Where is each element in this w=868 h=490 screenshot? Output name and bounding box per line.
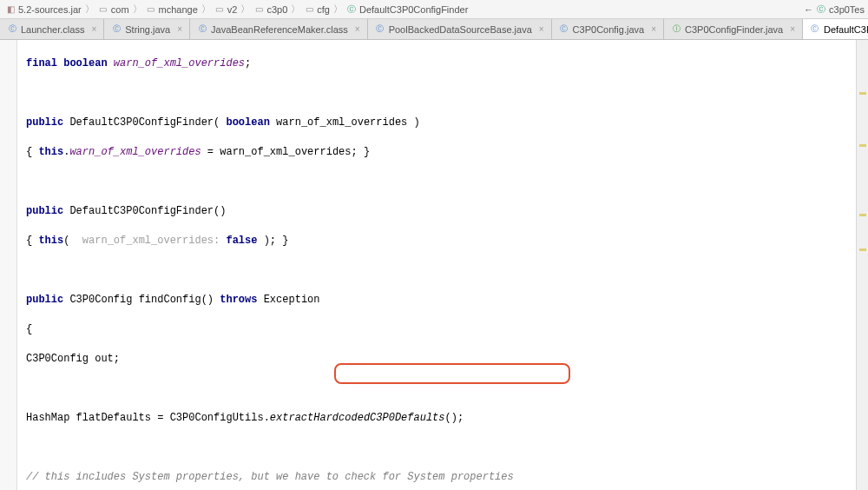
folder-icon: ▭ xyxy=(146,4,156,15)
warning-marker[interactable] xyxy=(859,248,866,251)
crumb-label: c3p0 xyxy=(266,4,287,15)
breadcrumb-item[interactable]: ▭ mchange xyxy=(144,4,200,15)
class-icon: Ⓒ xyxy=(346,4,357,15)
breadcrumb-item[interactable]: ▭ cfg xyxy=(302,4,332,15)
class-icon: Ⓒ xyxy=(197,24,207,35)
close-icon[interactable]: × xyxy=(355,24,360,34)
close-icon[interactable]: × xyxy=(790,24,795,34)
chevron-right-icon: 〉 xyxy=(85,3,95,16)
nav-right-indicator[interactable]: ← Ⓒ c3p0Tes xyxy=(804,4,865,15)
tab-label: DefaultC3P0ConfigFinder.java xyxy=(824,24,868,35)
tab-label: PoolBackedDataSourceBase.java xyxy=(389,24,532,35)
back-arrow-icon: ← xyxy=(804,4,813,15)
chevron-right-icon: 〉 xyxy=(201,3,211,16)
code-area[interactable]: final boolean warn_of_xml_overrides; pub… xyxy=(17,40,856,490)
tab-c3p0config[interactable]: Ⓒ C3P0Config.java × xyxy=(552,19,664,39)
breadcrumb-item[interactable]: ▭ com xyxy=(96,4,131,15)
warning-marker[interactable] xyxy=(859,214,866,216)
folder-icon: ▭ xyxy=(304,4,314,15)
close-icon[interactable]: × xyxy=(177,24,182,34)
tab-poolbacked[interactable]: Ⓒ PoolBackedDataSourceBase.java × xyxy=(368,19,552,39)
crumb-label: mchange xyxy=(159,4,198,15)
crumb-label: cfg xyxy=(317,4,330,15)
folder-icon: ▭ xyxy=(98,4,108,15)
warning-marker[interactable] xyxy=(859,144,866,147)
tab-javabean[interactable]: Ⓒ JavaBeanReferenceMaker.class × xyxy=(190,19,368,39)
close-icon[interactable]: × xyxy=(539,24,544,34)
warning-marker[interactable] xyxy=(859,92,866,95)
tab-c3p0configfinder[interactable]: Ⓘ C3P0ConfigFinder.java × xyxy=(664,19,803,39)
tab-string[interactable]: Ⓒ String.java × xyxy=(104,19,190,39)
class-icon: Ⓒ xyxy=(810,24,820,35)
breadcrumb-bar: ◧ 5.2-sources.jar 〉 ▭ com 〉 ▭ mchange 〉 … xyxy=(0,0,868,19)
tab-label: Launcher.class xyxy=(21,24,84,35)
tab-label: String.java xyxy=(125,24,170,35)
crumb-label: v2 xyxy=(227,4,238,15)
chevron-right-icon: 〉 xyxy=(133,3,142,16)
chevron-right-icon: 〉 xyxy=(333,3,343,16)
chevron-right-icon: 〉 xyxy=(291,3,300,16)
chevron-right-icon: 〉 xyxy=(240,3,250,16)
class-icon: Ⓒ xyxy=(559,24,569,35)
right-indicator-label: c3p0Tes xyxy=(829,4,865,15)
folder-icon: ▭ xyxy=(253,4,264,15)
class-icon: Ⓒ xyxy=(7,24,17,35)
jar-icon: ◧ xyxy=(5,4,16,15)
tab-label: JavaBeanReferenceMaker.class xyxy=(211,24,348,35)
crumb-label: com xyxy=(111,4,129,15)
gutter xyxy=(0,40,17,490)
breadcrumb-item[interactable]: Ⓒ DefaultC3P0ConfigFinder xyxy=(345,4,470,15)
code-editor[interactable]: final boolean warn_of_xml_overrides; pub… xyxy=(0,40,868,490)
folder-icon: ▭ xyxy=(214,4,225,15)
tab-label: C3P0ConfigFinder.java xyxy=(685,24,783,35)
close-icon[interactable]: × xyxy=(91,24,96,34)
editor-tabs: Ⓒ Launcher.class × Ⓒ String.java × Ⓒ Jav… xyxy=(0,19,868,40)
crumb-label: 5.2-sources.jar xyxy=(18,4,82,15)
error-stripe[interactable] xyxy=(856,40,868,490)
tab-launcher[interactable]: Ⓒ Launcher.class × xyxy=(0,19,104,39)
tab-defaultc3p0configfinder[interactable]: Ⓒ DefaultC3P0ConfigFinder.java × xyxy=(803,19,868,39)
close-icon[interactable]: × xyxy=(651,24,656,34)
class-icon: Ⓒ xyxy=(111,24,122,35)
class-icon: Ⓒ xyxy=(816,4,826,15)
interface-icon: Ⓘ xyxy=(671,24,681,35)
breadcrumb-item[interactable]: ▭ v2 xyxy=(213,4,240,15)
breadcrumb-item[interactable]: ▭ c3p0 xyxy=(252,4,289,15)
breadcrumb-item[interactable]: ◧ 5.2-sources.jar xyxy=(3,4,83,15)
tab-label: C3P0Config.java xyxy=(573,24,645,35)
crumb-label: DefaultC3P0ConfigFinder xyxy=(359,4,468,15)
class-icon: Ⓒ xyxy=(375,24,385,35)
